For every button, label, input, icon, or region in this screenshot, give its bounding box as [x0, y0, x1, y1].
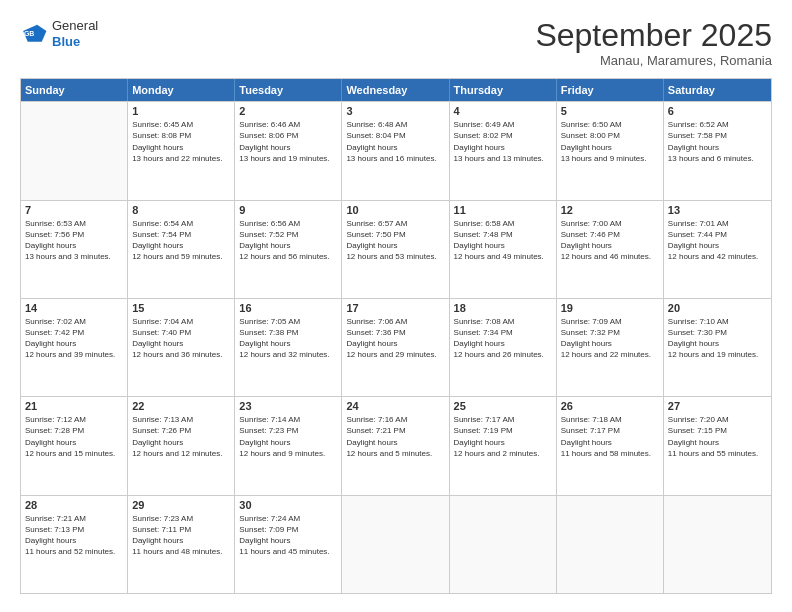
day-info: Sunrise: 7:14 AMSunset: 7:23 PMDaylight …	[239, 414, 337, 459]
day-number: 18	[454, 302, 552, 314]
day-number: 14	[25, 302, 123, 314]
logo-icon: GB	[20, 20, 48, 48]
calendar-cell-7: 7Sunrise: 6:53 AMSunset: 7:56 PMDaylight…	[21, 201, 128, 298]
calendar-row-1: 7Sunrise: 6:53 AMSunset: 7:56 PMDaylight…	[21, 200, 771, 298]
day-number: 2	[239, 105, 337, 117]
day-info: Sunrise: 6:45 AMSunset: 8:08 PMDaylight …	[132, 119, 230, 164]
day-number: 24	[346, 400, 444, 412]
calendar-cell-22: 22Sunrise: 7:13 AMSunset: 7:26 PMDayligh…	[128, 397, 235, 494]
day-number: 9	[239, 204, 337, 216]
calendar-cell-3: 3Sunrise: 6:48 AMSunset: 8:04 PMDaylight…	[342, 102, 449, 199]
day-number: 28	[25, 499, 123, 511]
calendar-cell-empty-4-4	[450, 496, 557, 593]
calendar-cell-28: 28Sunrise: 7:21 AMSunset: 7:13 PMDayligh…	[21, 496, 128, 593]
calendar-cell-17: 17Sunrise: 7:06 AMSunset: 7:36 PMDayligh…	[342, 299, 449, 396]
calendar-cell-24: 24Sunrise: 7:16 AMSunset: 7:21 PMDayligh…	[342, 397, 449, 494]
calendar-body: 1Sunrise: 6:45 AMSunset: 8:08 PMDaylight…	[21, 101, 771, 593]
day-info: Sunrise: 7:16 AMSunset: 7:21 PMDaylight …	[346, 414, 444, 459]
calendar-cell-empty-4-6	[664, 496, 771, 593]
day-info: Sunrise: 7:01 AMSunset: 7:44 PMDaylight …	[668, 218, 767, 263]
calendar-cell-29: 29Sunrise: 7:23 AMSunset: 7:11 PMDayligh…	[128, 496, 235, 593]
day-info: Sunrise: 6:48 AMSunset: 8:04 PMDaylight …	[346, 119, 444, 164]
header-day-saturday: Saturday	[664, 79, 771, 101]
day-info: Sunrise: 6:52 AMSunset: 7:58 PMDaylight …	[668, 119, 767, 164]
calendar-cell-8: 8Sunrise: 6:54 AMSunset: 7:54 PMDaylight…	[128, 201, 235, 298]
header-day-sunday: Sunday	[21, 79, 128, 101]
calendar-cell-18: 18Sunrise: 7:08 AMSunset: 7:34 PMDayligh…	[450, 299, 557, 396]
calendar-cell-10: 10Sunrise: 6:57 AMSunset: 7:50 PMDayligh…	[342, 201, 449, 298]
calendar-row-2: 14Sunrise: 7:02 AMSunset: 7:42 PMDayligh…	[21, 298, 771, 396]
calendar-header: SundayMondayTuesdayWednesdayThursdayFrid…	[21, 79, 771, 101]
calendar-cell-14: 14Sunrise: 7:02 AMSunset: 7:42 PMDayligh…	[21, 299, 128, 396]
calendar-cell-5: 5Sunrise: 6:50 AMSunset: 8:00 PMDaylight…	[557, 102, 664, 199]
calendar-cell-15: 15Sunrise: 7:04 AMSunset: 7:40 PMDayligh…	[128, 299, 235, 396]
calendar-cell-26: 26Sunrise: 7:18 AMSunset: 7:17 PMDayligh…	[557, 397, 664, 494]
day-number: 16	[239, 302, 337, 314]
day-info: Sunrise: 7:23 AMSunset: 7:11 PMDaylight …	[132, 513, 230, 558]
day-info: Sunrise: 7:21 AMSunset: 7:13 PMDaylight …	[25, 513, 123, 558]
day-number: 1	[132, 105, 230, 117]
calendar-cell-13: 13Sunrise: 7:01 AMSunset: 7:44 PMDayligh…	[664, 201, 771, 298]
calendar-cell-6: 6Sunrise: 6:52 AMSunset: 7:58 PMDaylight…	[664, 102, 771, 199]
calendar-cell-11: 11Sunrise: 6:58 AMSunset: 7:48 PMDayligh…	[450, 201, 557, 298]
day-info: Sunrise: 6:56 AMSunset: 7:52 PMDaylight …	[239, 218, 337, 263]
day-info: Sunrise: 7:17 AMSunset: 7:19 PMDaylight …	[454, 414, 552, 459]
title-block: September 2025 Manau, Maramures, Romania	[535, 18, 772, 68]
day-number: 13	[668, 204, 767, 216]
calendar-cell-16: 16Sunrise: 7:05 AMSunset: 7:38 PMDayligh…	[235, 299, 342, 396]
day-number: 17	[346, 302, 444, 314]
header-day-monday: Monday	[128, 79, 235, 101]
day-number: 5	[561, 105, 659, 117]
calendar-cell-empty-0-0	[21, 102, 128, 199]
calendar-cell-25: 25Sunrise: 7:17 AMSunset: 7:19 PMDayligh…	[450, 397, 557, 494]
calendar-row-3: 21Sunrise: 7:12 AMSunset: 7:28 PMDayligh…	[21, 396, 771, 494]
day-info: Sunrise: 6:54 AMSunset: 7:54 PMDaylight …	[132, 218, 230, 263]
calendar-cell-21: 21Sunrise: 7:12 AMSunset: 7:28 PMDayligh…	[21, 397, 128, 494]
day-info: Sunrise: 7:13 AMSunset: 7:26 PMDaylight …	[132, 414, 230, 459]
day-number: 7	[25, 204, 123, 216]
calendar-cell-23: 23Sunrise: 7:14 AMSunset: 7:23 PMDayligh…	[235, 397, 342, 494]
month-title: September 2025	[535, 18, 772, 53]
header-day-tuesday: Tuesday	[235, 79, 342, 101]
day-number: 30	[239, 499, 337, 511]
day-number: 11	[454, 204, 552, 216]
calendar-cell-2: 2Sunrise: 6:46 AMSunset: 8:06 PMDaylight…	[235, 102, 342, 199]
day-number: 20	[668, 302, 767, 314]
day-info: Sunrise: 7:12 AMSunset: 7:28 PMDaylight …	[25, 414, 123, 459]
calendar-cell-20: 20Sunrise: 7:10 AMSunset: 7:30 PMDayligh…	[664, 299, 771, 396]
day-number: 27	[668, 400, 767, 412]
day-number: 26	[561, 400, 659, 412]
day-number: 8	[132, 204, 230, 216]
day-info: Sunrise: 6:46 AMSunset: 8:06 PMDaylight …	[239, 119, 337, 164]
day-number: 29	[132, 499, 230, 511]
day-number: 4	[454, 105, 552, 117]
calendar-cell-9: 9Sunrise: 6:56 AMSunset: 7:52 PMDaylight…	[235, 201, 342, 298]
day-number: 23	[239, 400, 337, 412]
logo: GB General Blue	[20, 18, 98, 49]
day-info: Sunrise: 7:10 AMSunset: 7:30 PMDaylight …	[668, 316, 767, 361]
page: GB General Blue September 2025 Manau, Ma…	[0, 0, 792, 612]
day-info: Sunrise: 7:09 AMSunset: 7:32 PMDaylight …	[561, 316, 659, 361]
header-day-thursday: Thursday	[450, 79, 557, 101]
day-info: Sunrise: 7:05 AMSunset: 7:38 PMDaylight …	[239, 316, 337, 361]
day-info: Sunrise: 7:24 AMSunset: 7:09 PMDaylight …	[239, 513, 337, 558]
logo-text: General Blue	[52, 18, 98, 49]
day-info: Sunrise: 7:18 AMSunset: 7:17 PMDaylight …	[561, 414, 659, 459]
day-info: Sunrise: 7:00 AMSunset: 7:46 PMDaylight …	[561, 218, 659, 263]
day-info: Sunrise: 7:20 AMSunset: 7:15 PMDaylight …	[668, 414, 767, 459]
day-info: Sunrise: 6:53 AMSunset: 7:56 PMDaylight …	[25, 218, 123, 263]
calendar-row-4: 28Sunrise: 7:21 AMSunset: 7:13 PMDayligh…	[21, 495, 771, 593]
day-number: 10	[346, 204, 444, 216]
calendar-row-0: 1Sunrise: 6:45 AMSunset: 8:08 PMDaylight…	[21, 101, 771, 199]
day-info: Sunrise: 6:49 AMSunset: 8:02 PMDaylight …	[454, 119, 552, 164]
svg-text:GB: GB	[24, 29, 35, 36]
day-info: Sunrise: 7:02 AMSunset: 7:42 PMDaylight …	[25, 316, 123, 361]
logo-blue: Blue	[52, 34, 98, 50]
calendar-cell-4: 4Sunrise: 6:49 AMSunset: 8:02 PMDaylight…	[450, 102, 557, 199]
calendar-cell-empty-4-5	[557, 496, 664, 593]
calendar: SundayMondayTuesdayWednesdayThursdayFrid…	[20, 78, 772, 594]
calendar-cell-1: 1Sunrise: 6:45 AMSunset: 8:08 PMDaylight…	[128, 102, 235, 199]
day-info: Sunrise: 6:58 AMSunset: 7:48 PMDaylight …	[454, 218, 552, 263]
day-number: 12	[561, 204, 659, 216]
day-number: 21	[25, 400, 123, 412]
